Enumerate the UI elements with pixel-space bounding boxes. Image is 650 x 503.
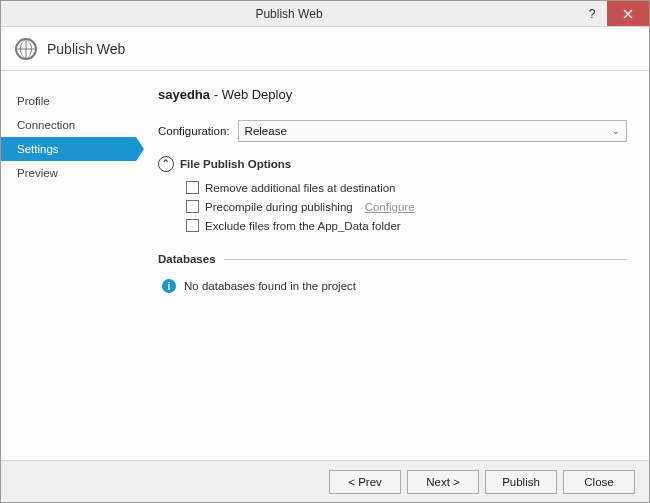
page-title: sayedha - Web Deploy bbox=[158, 87, 627, 102]
chevron-down-icon: ⌄ bbox=[612, 126, 620, 136]
prev-button[interactable]: < Prev bbox=[329, 470, 401, 494]
help-button[interactable]: ? bbox=[577, 1, 607, 26]
configuration-row: Configuration: Release ⌄ bbox=[158, 120, 627, 142]
file-publish-options: Remove additional files at destination P… bbox=[158, 178, 627, 235]
publish-method: Web Deploy bbox=[222, 87, 293, 102]
databases-section-header: Databases bbox=[158, 253, 627, 265]
settings-panel: sayedha - Web Deploy Configuration: Rele… bbox=[136, 71, 649, 460]
chevron-up-icon: ⌃ bbox=[158, 156, 174, 172]
sidebar: Profile Connection Settings Preview bbox=[1, 71, 136, 460]
file-publish-options-expander[interactable]: ⌃ File Publish Options bbox=[158, 156, 627, 172]
exclude-appdata-row: Exclude files from the App_Data folder bbox=[186, 216, 627, 235]
file-publish-options-label: File Publish Options bbox=[180, 158, 291, 170]
configuration-select[interactable]: Release ⌄ bbox=[238, 120, 627, 142]
titlebar: Publish Web ? bbox=[1, 1, 649, 27]
next-button[interactable]: Next > bbox=[407, 470, 479, 494]
globe-icon bbox=[15, 38, 37, 60]
precompile-row: Precompile during publishing Configure bbox=[186, 197, 627, 216]
window-controls: ? bbox=[577, 1, 649, 26]
precompile-configure-link[interactable]: Configure bbox=[365, 201, 415, 213]
window-title: Publish Web bbox=[1, 7, 577, 21]
sidebar-item-profile[interactable]: Profile bbox=[1, 89, 136, 113]
configuration-label: Configuration: bbox=[158, 125, 230, 137]
remove-additional-label: Remove additional files at destination bbox=[205, 182, 396, 194]
precompile-checkbox[interactable] bbox=[186, 200, 199, 213]
remove-additional-row: Remove additional files at destination bbox=[186, 178, 627, 197]
publish-web-dialog: Publish Web ? Publish Web Profile Connec… bbox=[0, 0, 650, 503]
no-databases-text: No databases found in the project bbox=[184, 280, 356, 292]
divider bbox=[224, 259, 627, 260]
databases-label: Databases bbox=[158, 253, 216, 265]
exclude-appdata-checkbox[interactable] bbox=[186, 219, 199, 232]
header-title: Publish Web bbox=[47, 41, 125, 57]
sidebar-item-settings[interactable]: Settings bbox=[1, 137, 136, 161]
profile-name: sayedha bbox=[158, 87, 210, 102]
precompile-label: Precompile during publishing bbox=[205, 201, 353, 213]
configuration-value: Release bbox=[245, 125, 287, 137]
header: Publish Web bbox=[1, 27, 649, 71]
sidebar-item-preview[interactable]: Preview bbox=[1, 161, 136, 185]
exclude-appdata-label: Exclude files from the App_Data folder bbox=[205, 220, 401, 232]
sidebar-item-connection[interactable]: Connection bbox=[1, 113, 136, 137]
close-button[interactable]: Close bbox=[563, 470, 635, 494]
footer: < Prev Next > Publish Close bbox=[1, 460, 649, 502]
info-icon: i bbox=[162, 279, 176, 293]
close-icon[interactable] bbox=[607, 1, 649, 26]
dialog-body: Profile Connection Settings Preview saye… bbox=[1, 71, 649, 460]
remove-additional-checkbox[interactable] bbox=[186, 181, 199, 194]
no-databases-message: i No databases found in the project bbox=[158, 275, 627, 297]
publish-button[interactable]: Publish bbox=[485, 470, 557, 494]
